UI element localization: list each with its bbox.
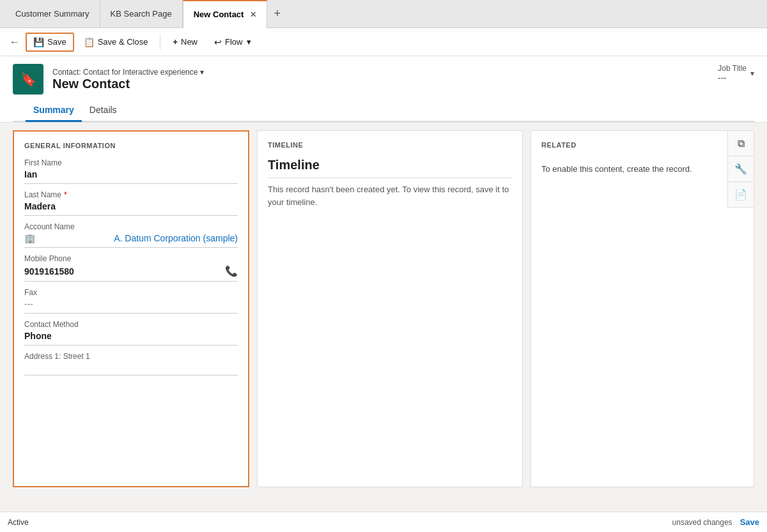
general-info-title: GENERAL INFORMATION [24, 142, 238, 149]
tab-details[interactable]: Details [82, 100, 125, 122]
tab-kb-search-page[interactable]: KB Search Page [100, 0, 183, 28]
new-icon: + [173, 37, 178, 47]
mobile-phone-label: Mobile Phone [24, 254, 238, 263]
record-header: 🔖 Contact: Contact for Interactive exper… [0, 56, 767, 123]
back-button[interactable]: ← [6, 33, 23, 51]
tab-summary[interactable]: Summary [26, 100, 82, 122]
field-group-last-name: Last Name * Madera [24, 190, 238, 216]
required-indicator: * [64, 190, 67, 199]
fax-value[interactable]: --- [24, 299, 238, 314]
wrench-icon: 🔧 [734, 163, 747, 175]
address-street-value[interactable] [24, 363, 238, 376]
mobile-phone-value[interactable]: 9019161580 📞 [24, 265, 238, 282]
form-tabs: Summary Details [13, 100, 754, 122]
tab-bar: Customer Summary KB Search Page New Cont… [0, 0, 767, 28]
save-icon: 💾 [33, 37, 44, 47]
account-name-label: Account Name [24, 222, 238, 231]
save-close-button[interactable]: 📋 Save & Close [77, 33, 155, 51]
record-entity[interactable]: Contact: Contact for Interactive experie… [52, 68, 204, 77]
related-doc-button[interactable]: 📄 [728, 182, 754, 208]
record-title-area: Contact: Contact for Interactive experie… [52, 68, 204, 91]
unsaved-changes-label: unsaved changes [672, 518, 732, 527]
new-button[interactable]: + New [166, 33, 205, 50]
save-close-icon: 📋 [84, 37, 95, 47]
related-message: To enable this content, create the recor… [541, 158, 743, 174]
main-content: GENERAL INFORMATION First Name Ian Last … [0, 123, 767, 495]
doc-icon: 📄 [734, 188, 747, 201]
last-name-label: Last Name * [24, 190, 238, 199]
related-side-buttons: ⧉ 🔧 📄 [727, 131, 754, 208]
timeline-title: Timeline [268, 158, 512, 178]
field-group-address-street: Address 1: Street 1 [24, 352, 238, 376]
save-button[interactable]: 💾 Save [26, 33, 74, 52]
first-name-label: First Name [24, 158, 238, 167]
record-name: New Contact [52, 77, 204, 91]
status-right: unsaved changes Save [672, 517, 759, 527]
contact-method-value[interactable]: Phone [24, 331, 238, 346]
status-label: Active [8, 518, 29, 527]
record-header-right: Job Title --- ▾ [718, 64, 754, 82]
job-title-section: Job Title --- [718, 64, 747, 82]
avatar-icon: 🔖 [20, 72, 36, 87]
tab-new-contact[interactable]: New Contact ✕ [183, 0, 268, 28]
general-information-panel: GENERAL INFORMATION First Name Ian Last … [13, 130, 249, 487]
status-save-button[interactable]: Save [740, 517, 759, 527]
account-name-value[interactable]: 🏢 A. Datum Corporation (sample) [24, 233, 238, 248]
toolbar: ← 💾 Save 📋 Save & Close + New ↩ Flow ▾ [0, 28, 767, 56]
address-street-label: Address 1: Street 1 [24, 352, 238, 361]
copy-icon: ⧉ [738, 138, 745, 149]
field-group-first-name: First Name Ian [24, 158, 238, 184]
add-tab-button[interactable]: + [267, 7, 287, 20]
flow-dropdown-icon: ▾ [247, 37, 251, 47]
field-group-mobile-phone: Mobile Phone 9019161580 📞 [24, 254, 238, 282]
fax-label: Fax [24, 288, 238, 297]
job-title-chevron-icon[interactable]: ▾ [750, 69, 754, 78]
timeline-section-title: TIMELINE [268, 141, 512, 149]
related-wrench-button[interactable]: 🔧 [728, 156, 754, 182]
flow-button[interactable]: ↩ Flow ▾ [207, 33, 258, 51]
related-panel: RELATED To enable this content, create t… [531, 130, 754, 487]
avatar: 🔖 [13, 64, 43, 95]
flow-icon: ↩ [214, 37, 222, 47]
timeline-panel: TIMELINE Timeline This record hasn't bee… [257, 130, 523, 487]
field-group-contact-method: Contact Method Phone [24, 320, 238, 346]
close-tab-icon[interactable]: ✕ [250, 10, 256, 19]
toolbar-separator [160, 34, 160, 50]
related-section-title: RELATED [541, 141, 743, 149]
tab-customer-summary[interactable]: Customer Summary [5, 0, 100, 28]
entity-chevron-icon: ▾ [200, 68, 204, 77]
account-link-icon: 🏢 [24, 233, 35, 243]
status-bar: Active unsaved changes Save [0, 512, 767, 532]
first-name-value[interactable]: Ian [24, 169, 238, 184]
timeline-message: This record hasn't been created yet. To … [268, 183, 512, 208]
phone-icon[interactable]: 📞 [225, 265, 238, 277]
field-group-account-name: Account Name 🏢 A. Datum Corporation (sam… [24, 222, 238, 248]
last-name-value[interactable]: Madera [24, 201, 238, 216]
related-copy-button[interactable]: ⧉ [728, 131, 754, 156]
contact-method-label: Contact Method [24, 320, 238, 329]
field-group-fax: Fax --- [24, 288, 238, 314]
